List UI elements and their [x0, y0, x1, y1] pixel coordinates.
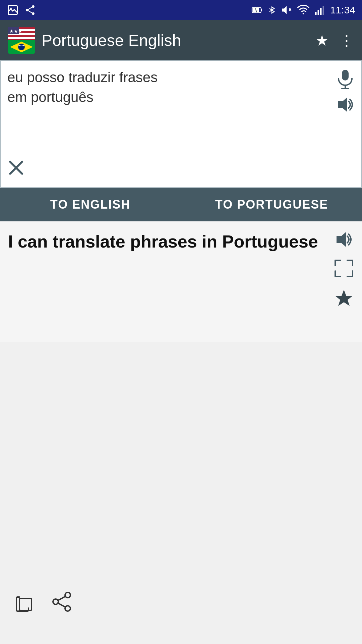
wifi-icon: [297, 4, 310, 16]
speak-input-button[interactable]: [336, 96, 355, 113]
status-bar: 11:34: [0, 0, 362, 20]
svg-rect-15: [320, 8, 322, 15]
translation-buttons: TO ENGLISH TO PORTUGUESE: [0, 188, 362, 221]
result-section: I can translate phrases in Portuguese: [0, 221, 362, 342]
result-icons: [334, 229, 354, 334]
svg-line-5: [28, 7, 32, 10]
favorite-result-button[interactable]: [334, 288, 354, 308]
svg-point-44: [53, 599, 58, 604]
status-time: 11:34: [330, 4, 355, 16]
svg-marker-32: [337, 232, 346, 247]
bottom-bar: [0, 584, 362, 624]
svg-rect-13: [315, 12, 317, 15]
battery-icon: [251, 4, 263, 16]
to-portuguese-button[interactable]: TO PORTUGUESE: [181, 188, 362, 221]
copy-button[interactable]: [13, 591, 35, 616]
svg-line-47: [58, 603, 65, 607]
image-icon: [7, 4, 19, 16]
svg-marker-41: [335, 290, 353, 306]
svg-point-2: [26, 9, 28, 11]
clear-button[interactable]: [7, 159, 25, 180]
svg-line-6: [28, 11, 32, 13]
svg-rect-14: [317, 10, 319, 15]
svg-point-45: [65, 606, 70, 611]
svg-point-12: [303, 13, 304, 14]
app-bar: ★★★ Portuguese English ★ ⋮: [0, 20, 362, 60]
nodes-icon: [24, 4, 36, 16]
svg-rect-42: [19, 598, 32, 610]
share-button[interactable]: [51, 591, 72, 616]
bluetooth-icon: [267, 4, 277, 16]
svg-point-25: [18, 44, 25, 50]
svg-point-3: [32, 5, 35, 8]
svg-point-43: [65, 592, 70, 598]
svg-line-46: [58, 596, 65, 600]
svg-rect-16: [322, 6, 324, 15]
favorite-button[interactable]: ★: [315, 32, 328, 49]
svg-text:★★★: ★★★: [9, 29, 22, 34]
svg-rect-26: [342, 70, 349, 80]
svg-rect-9: [261, 9, 262, 11]
input-section: [0, 60, 362, 188]
app-bar-actions: ★ ⋮: [315, 32, 354, 49]
signal-icon: [314, 4, 326, 16]
more-options-button[interactable]: ⋮: [339, 32, 354, 49]
input-icons: [336, 68, 355, 135]
app-title: Portuguese English: [42, 31, 309, 50]
svg-point-4: [32, 12, 35, 15]
svg-rect-20: [8, 37, 35, 39]
expand-button[interactable]: [334, 259, 354, 278]
app-logo: ★★★: [8, 27, 35, 54]
status-bar-left: [7, 4, 36, 16]
to-english-button[interactable]: TO ENGLISH: [0, 188, 181, 221]
speak-result-button[interactable]: [335, 231, 353, 248]
translated-text: I can translate phrases in Portuguese: [8, 229, 328, 334]
mute-icon: [281, 4, 293, 16]
svg-marker-29: [338, 97, 347, 112]
input-area: [1, 61, 361, 142]
source-text-input[interactable]: [7, 68, 330, 135]
status-bar-right: 11:34: [251, 4, 355, 16]
microphone-button[interactable]: [337, 69, 354, 89]
